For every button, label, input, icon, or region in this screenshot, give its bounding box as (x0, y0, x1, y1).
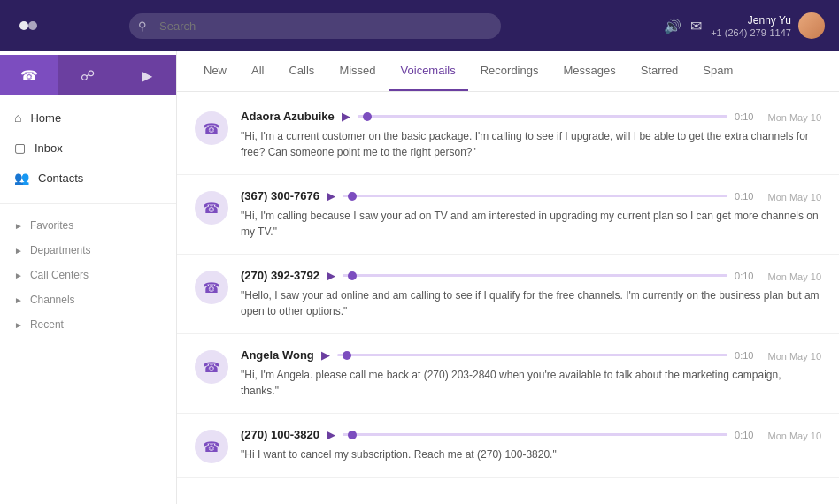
vm-message: "Hi, I'm a current customer on the basic… (241, 128, 821, 160)
tab-voicemails[interactable]: Voicemails (389, 51, 468, 91)
tab-spam[interactable]: Spam (690, 51, 745, 91)
vm-content: (367) 300-7676 ▶ 0:10 Mon May 10 "Hi, I'… (241, 189, 821, 240)
play-button[interactable]: ▶ (327, 189, 335, 202)
vm-message: "Hi I want to cancel my subscription. Re… (241, 447, 821, 462)
sidebar-item-favorites[interactable]: ► Favorites (0, 213, 176, 238)
chevron-icon: ► (14, 246, 23, 256)
vm-date: Mon May 10 (767, 192, 821, 202)
sidebar-item-home[interactable]: ⌂ Home (0, 103, 176, 133)
vm-progress-dot (348, 271, 357, 280)
favorites-label: Favorites (30, 219, 73, 232)
tab-new[interactable]: New (191, 51, 239, 91)
tab-recordings[interactable]: Recordings (468, 51, 551, 91)
vm-name: Adaora Azubuike (241, 110, 335, 123)
vm-progress-dot (348, 431, 357, 439)
sidebar-section: ► Favorites ► Departments ► Call Centers… (0, 208, 176, 342)
chevron-icon: ► (14, 271, 23, 280)
sidebar-phone-button[interactable]: ☎ (0, 55, 58, 95)
vm-progress-bar (337, 354, 727, 356)
sidebar-item-call-centers[interactable]: ► Call Centers (0, 263, 176, 287)
play-button[interactable]: ▶ (321, 348, 330, 362)
search-wrap: ⚲ (129, 13, 501, 39)
vm-header: (367) 300-7676 ▶ 0:10 Mon May 10 (241, 189, 821, 202)
vm-progress-wrap (343, 274, 727, 277)
svg-point-0 (19, 21, 28, 30)
sidebar-item-recent[interactable]: ► Recent (0, 312, 176, 337)
vm-duration: 0:10 (735, 350, 753, 361)
chevron-icon: ► (14, 221, 23, 231)
vm-header: Adaora Azubuike ▶ 0:10 Mon May 10 (241, 110, 821, 123)
vm-message: "Hi, I'm Angela. please call me back at … (241, 367, 821, 399)
vm-name: Angela Wong (241, 348, 314, 362)
sidebar-chat-button[interactable]: ☍ (58, 55, 117, 95)
voicemail-item: ☎ Adaora Azubuike ▶ 0:10 Mon May 10 "Hi,… (177, 95, 839, 175)
vm-duration: 0:10 (735, 191, 753, 202)
tab-all[interactable]: All (239, 51, 276, 91)
tab-messages[interactable]: Messages (550, 51, 627, 91)
voicemail-item: ☎ Angela Wong ▶ 0:10 Mon May 10 "Hi, I'm… (177, 334, 839, 414)
vm-progress-wrap (343, 433, 727, 436)
vm-progress-bar (343, 274, 727, 277)
sidebar-inbox-label: Inbox (35, 141, 63, 155)
sidebar-contacts-label: Contacts (38, 172, 83, 185)
message-icon[interactable]: ✉ (690, 18, 702, 34)
vm-name: (270) 100-3820 (241, 428, 319, 441)
chevron-icon: ► (14, 295, 23, 305)
content-area: New All Calls Missed Voicemails Recordin… (177, 51, 839, 504)
sidebar-item-departments[interactable]: ► Departments (0, 238, 176, 263)
vm-avatar: ☎ (195, 430, 228, 463)
voicemail-item: ☎ (270) 392-3792 ▶ 0:10 Mon May 10 "Hell… (177, 255, 839, 334)
vm-avatar: ☎ (195, 350, 228, 384)
sidebar-video-button[interactable]: ▶ (118, 55, 176, 95)
vm-progress-wrap (358, 115, 727, 118)
svg-point-1 (28, 21, 37, 30)
sidebar-item-channels[interactable]: ► Channels (0, 287, 176, 312)
user-name: Jenny Yu (711, 13, 791, 28)
vm-duration: 0:10 (735, 111, 753, 122)
sidebar-item-contacts[interactable]: 👥 Contacts (0, 163, 176, 193)
vm-progress-bar (343, 433, 727, 436)
sidebar: ☎ ☍ ▶ ⌂ Home ▢ Inbox 👥 Contacts ► Favori… (0, 51, 177, 504)
voicemail-icon: ☎ (203, 279, 220, 296)
vm-content: (270) 100-3820 ▶ 0:10 Mon May 10 "Hi I w… (241, 428, 821, 462)
voicemail-icon: ☎ (203, 120, 220, 137)
tab-starred[interactable]: Starred (628, 51, 691, 91)
user-phone: +1 (264) 279-1147 (711, 27, 791, 38)
vm-date: Mon May 10 (767, 271, 821, 282)
vm-name: (367) 300-7676 (241, 189, 319, 202)
top-bar: ⚲ 🔊 ✉ Jenny Yu +1 (264) 279-1147 (0, 0, 839, 51)
vm-name: (270) 392-3792 (241, 269, 319, 282)
search-input[interactable] (129, 13, 501, 39)
vm-duration: 0:10 (735, 430, 753, 440)
call-centers-label: Call Centers (30, 269, 89, 281)
vm-content: Angela Wong ▶ 0:10 Mon May 10 "Hi, I'm A… (241, 348, 821, 399)
tab-bar: New All Calls Missed Voicemails Recordin… (177, 51, 839, 92)
vm-content: (270) 392-3792 ▶ 0:10 Mon May 10 "Hello,… (241, 269, 821, 319)
tab-missed[interactable]: Missed (327, 51, 388, 91)
vm-progress-dot (343, 351, 351, 360)
inbox-icon: ▢ (14, 141, 26, 155)
user-info: Jenny Yu +1 (264) 279-1147 (711, 12, 825, 39)
vm-duration: 0:10 (735, 271, 753, 281)
play-button[interactable]: ▶ (327, 269, 335, 282)
main-layout: ☎ ☍ ▶ ⌂ Home ▢ Inbox 👥 Contacts ► Favori… (0, 51, 839, 504)
vm-date: Mon May 10 (767, 431, 821, 441)
play-button[interactable]: ▶ (327, 428, 335, 441)
voicemail-icon: ☎ (203, 439, 220, 455)
voicemail-item: ☎ (270) 100-3820 ▶ 0:10 Mon May 10 "Hi I… (177, 414, 839, 478)
speaker-icon[interactable]: 🔊 (664, 18, 681, 34)
play-button[interactable]: ▶ (342, 110, 350, 123)
vm-header: (270) 392-3792 ▶ 0:10 Mon May 10 (241, 269, 821, 282)
logo (14, 11, 42, 40)
vm-date: Mon May 10 (767, 112, 821, 123)
top-right-actions: 🔊 ✉ Jenny Yu +1 (264) 279-1147 (664, 12, 825, 39)
sidebar-nav: ⌂ Home ▢ Inbox 👥 Contacts (0, 95, 176, 200)
vm-header: (270) 100-3820 ▶ 0:10 Mon May 10 (241, 428, 821, 441)
sidebar-item-inbox[interactable]: ▢ Inbox (0, 133, 176, 163)
vm-avatar: ☎ (195, 191, 228, 225)
home-icon: ⌂ (14, 111, 21, 125)
voicemail-icon: ☎ (203, 200, 220, 217)
tab-calls[interactable]: Calls (276, 51, 327, 91)
contacts-icon: 👥 (14, 171, 29, 185)
voicemail-item: ☎ (367) 300-7676 ▶ 0:10 Mon May 10 "Hi, … (177, 175, 839, 255)
